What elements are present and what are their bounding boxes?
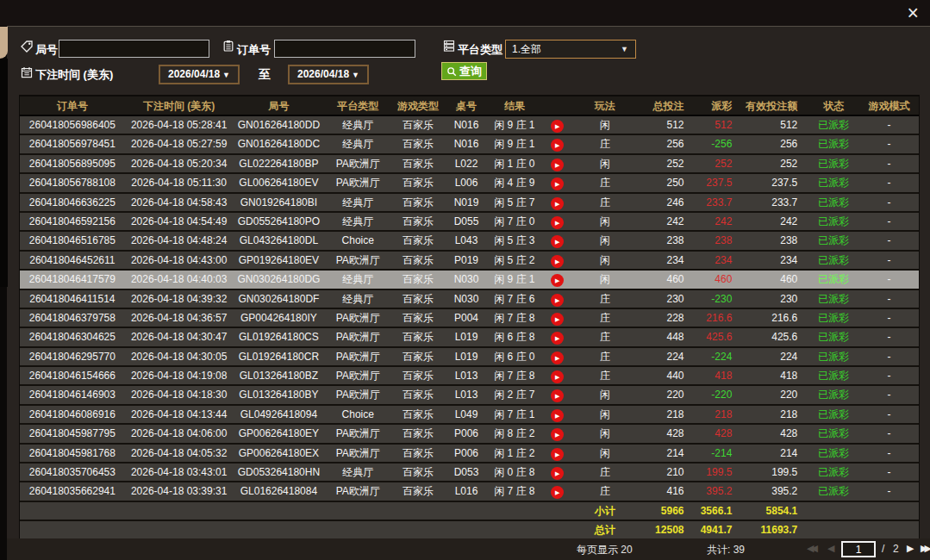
round-no-cell: GP006264180EX [234, 445, 325, 462]
total-bet-cell: 250 [636, 174, 695, 191]
round-no-cell: GP019264180EV [234, 252, 325, 269]
total-bet-cell: 246 [636, 194, 695, 211]
play-type-cell: 庄 [574, 309, 636, 327]
game-mode-cell: - [859, 367, 919, 384]
platform-cell: 经典厅 [324, 464, 391, 481]
calendar-icon [21, 66, 33, 78]
payout-cell: 395.2 [694, 482, 742, 500]
game-no-input[interactable] [59, 40, 209, 58]
replay-play-icon[interactable]: ▶ [551, 448, 564, 461]
replay-play-icon[interactable]: ▶ [551, 389, 564, 402]
title-bar: × [0, 0, 930, 26]
table-row[interactable]: 260418046304625 2026-04-18 04:30:47 GL01… [20, 328, 919, 347]
table-row[interactable]: 260418045981768 2026-04-18 04:05:32 GP00… [20, 445, 919, 464]
table-row[interactable]: 260418046452611 2026-04-18 04:43:00 GP01… [20, 252, 919, 271]
background-strip [0, 59, 8, 287]
header-result: 结果 [488, 96, 541, 115]
game-type-cell: 百家乐 [391, 232, 445, 249]
table-row[interactable]: 260418046636225 2026-04-18 04:58:43 GN01… [20, 194, 919, 213]
replay-play-icon[interactable]: ▶ [551, 332, 564, 345]
table-row[interactable]: 260418046295770 2026-04-18 04:30:05 GL01… [20, 348, 919, 367]
page-number-input[interactable] [841, 541, 876, 557]
replay-play-icon[interactable]: ▶ [551, 409, 564, 422]
replay-play-icon[interactable]: ▶ [551, 235, 564, 248]
replay-play-icon[interactable]: ▶ [551, 467, 564, 480]
play-type-cell: 闲 [574, 252, 636, 269]
replay-play-icon[interactable]: ▶ [551, 352, 564, 364]
first-page-button[interactable]: ◀◀ [807, 543, 815, 554]
game-mode-cell: - [859, 271, 919, 288]
result-cell: 闲 9 庄 1 [488, 271, 541, 288]
replay-play-icon[interactable]: ▶ [551, 177, 564, 190]
valid-bet-cell: 395.2 [742, 482, 808, 500]
table-row[interactable]: 260418035662941 2026-04-18 03:39:31 GL01… [20, 482, 919, 501]
replay-play-icon[interactable]: ▶ [551, 294, 564, 307]
table-row[interactable]: 260418056788108 2026-04-18 05:11:30 GL00… [20, 174, 919, 193]
order-no-cell: 260418035662941 [20, 482, 125, 500]
table-row[interactable]: 260418056895095 2026-04-18 05:20:34 GL02… [20, 155, 919, 174]
payout-cell: 218 [694, 406, 742, 423]
status-badge: 已派彩 [808, 464, 859, 481]
table-row[interactable]: 260418046592156 2026-04-18 04:54:49 GD05… [20, 213, 919, 232]
order-no-input[interactable] [274, 40, 415, 58]
platform-cell: PA欧洲厅 [324, 309, 391, 327]
date-from-picker[interactable]: 2026/04/18▼ [159, 65, 240, 84]
result-cell: 闲 1 庄 0 [488, 155, 541, 172]
last-page-button[interactable]: ▶▶ [921, 543, 928, 554]
result-cell: 闲 6 庄 0 [488, 348, 541, 365]
prev-page-button[interactable]: ◀ [827, 543, 834, 554]
status-badge: 已派彩 [808, 213, 859, 230]
replay-cell: ▶ [541, 271, 574, 288]
order-no-cell: 260418046304625 [20, 328, 125, 345]
replay-play-icon[interactable]: ▶ [551, 370, 564, 383]
replay-play-icon[interactable]: ▶ [551, 120, 564, 133]
payout-cell: 234 [694, 252, 742, 269]
table-row[interactable]: 260418056986405 2026-04-18 05:28:41 GN01… [20, 116, 919, 135]
table-row[interactable]: 260418035706453 2026-04-18 03:43:01 GD05… [20, 464, 919, 482]
table-row[interactable]: 260418046379758 2026-04-18 04:36:57 GP00… [20, 309, 919, 328]
result-cell: 闲 9 庄 1 [488, 116, 541, 134]
next-page-button[interactable]: ▶ [907, 543, 914, 554]
round-no-cell: GP004264180IY [234, 309, 325, 327]
result-cell: 闲 5 庄 3 [488, 232, 541, 249]
table-row[interactable]: 260418046086916 2026-04-18 04:13:44 GL04… [20, 406, 919, 425]
replay-play-icon[interactable]: ▶ [551, 313, 564, 326]
valid-bet-cell: 220 [742, 386, 808, 403]
close-icon[interactable]: × [908, 2, 919, 24]
table-row[interactable]: 260418046146903 2026-04-18 04:18:30 GL01… [20, 386, 919, 405]
platform-type-select[interactable]: 1.全部 ▼ [505, 40, 636, 59]
game-mode-cell: - [859, 155, 919, 172]
replay-play-icon[interactable]: ▶ [551, 216, 564, 229]
platform-cell: PA欧洲厅 [324, 328, 391, 345]
subtotal-bet: 5966 [636, 502, 695, 520]
replay-play-icon[interactable]: ▶ [551, 255, 564, 268]
status-badge: 已派彩 [808, 194, 859, 211]
status-badge: 已派彩 [808, 367, 859, 384]
table-row[interactable]: 260418046411514 2026-04-18 04:39:32 GN03… [20, 290, 919, 309]
header-total-bet: 总投注 [636, 96, 695, 115]
date-to-picker[interactable]: 2026/04/18▼ [288, 65, 369, 84]
payout-cell: -256 [694, 135, 742, 152]
platform-cell: PA欧洲厅 [324, 445, 391, 462]
table-row[interactable]: 260418046516785 2026-04-18 04:48:24 GL04… [20, 232, 919, 251]
total-bet-cell: 252 [636, 155, 695, 172]
replay-play-icon[interactable]: ▶ [551, 139, 564, 152]
replay-play-icon[interactable]: ▶ [551, 159, 564, 171]
replay-play-icon[interactable]: ▶ [551, 486, 564, 499]
replay-play-icon[interactable]: ▶ [551, 197, 564, 210]
search-button[interactable]: 查询 [441, 62, 487, 80]
replay-play-icon[interactable]: ▶ [551, 274, 564, 287]
status-badge: 已派彩 [808, 271, 859, 288]
round-no-cell: GN030264180DG [234, 271, 325, 288]
table-row[interactable]: 260418045987795 2026-04-18 04:06:00 GP00… [20, 425, 919, 444]
table-row[interactable]: 260418056978451 2026-04-18 05:27:59 GN01… [20, 135, 919, 154]
table-row[interactable]: 260418046154666 2026-04-18 04:19:08 GL01… [20, 367, 919, 386]
pagination-bar: 每页显示 20 共计: 39 ◀◀ ◀ / 2 ▶ ▶▶ [7, 538, 930, 560]
table-header-row: 订单号 下注时间 (美东) 局号 平台类型 游戏类型 桌号 结果 玩法 总投注 … [20, 96, 919, 116]
valid-bet-cell: 237.5 [742, 174, 808, 191]
replay-play-icon[interactable]: ▶ [551, 428, 564, 441]
game-type-cell: 百家乐 [391, 425, 445, 442]
table-row[interactable]: 260418046417579 2026-04-18 04:40:03 GN03… [20, 271, 919, 289]
status-badge: 已派彩 [808, 348, 859, 365]
play-type-cell: 庄 [574, 464, 636, 481]
